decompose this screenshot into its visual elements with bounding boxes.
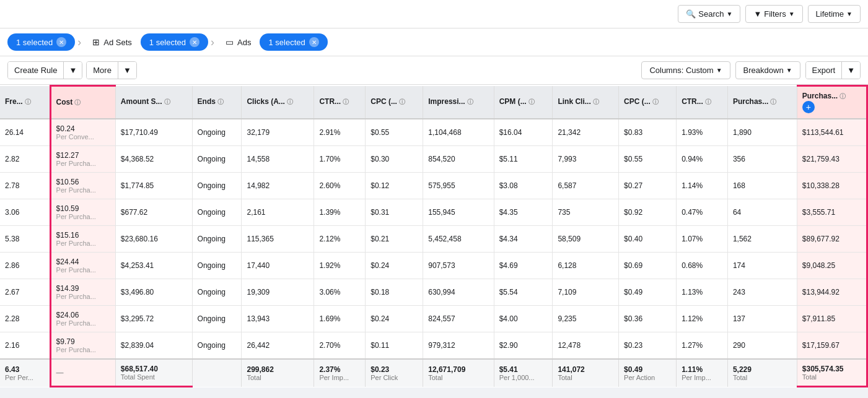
columns-custom-button[interactable]: Columns: Custom ▼ xyxy=(641,61,730,79)
cell-purchases1: 174 xyxy=(727,253,797,279)
columns-chevron: ▼ xyxy=(716,67,722,74)
col-header-cpm[interactable]: CPM (...ⓘ xyxy=(494,86,553,119)
export-arrow[interactable]: ▼ xyxy=(841,62,860,79)
lifetime-label: Lifetime xyxy=(816,9,844,19)
filters-label: Filters xyxy=(764,9,786,19)
col-header-cpc2[interactable]: CPC (...ⓘ xyxy=(619,86,677,119)
cell-cpc2: $0.55 xyxy=(619,146,677,173)
cell-ends: Ongoing xyxy=(192,332,242,360)
create-rule-button[interactable]: Create Rule xyxy=(8,62,63,79)
tab-adsets-close[interactable]: ✕ xyxy=(190,37,199,47)
clicks-info-icon: ⓘ xyxy=(287,98,293,105)
breakdown-label: Breakdown xyxy=(743,66,784,75)
cell-cpc1: $0.30 xyxy=(366,146,423,173)
tab-adsets-selected[interactable]: 1 selected ✕ xyxy=(141,33,208,51)
tab-adsets[interactable]: ⊞ Ad Sets xyxy=(84,33,141,51)
tab-ads-count: 1 selected xyxy=(268,38,305,47)
cell-purchases2: $21,759.43 xyxy=(797,146,867,173)
cell-clicks: 19,309 xyxy=(242,279,314,306)
action-bar-left: Create Rule ▼ More ▼ xyxy=(7,61,636,79)
tab-campaigns[interactable]: 1 selected ✕ xyxy=(7,33,75,51)
cell-cpc2: $0.92 xyxy=(619,199,677,226)
impressions-info-icon: ⓘ xyxy=(467,98,473,105)
cell-ends: Ongoing xyxy=(192,306,242,332)
cell-amount-spent: $677.62 xyxy=(115,199,192,226)
tab-divider-2: › xyxy=(208,36,217,49)
tab-adsets-label: Ad Sets xyxy=(103,38,132,47)
col-header-clicks[interactable]: Clicks (A...ⓘ xyxy=(242,86,314,119)
col-header-ends[interactable]: Endsⓘ xyxy=(192,86,242,119)
cell-ctr: 2.91% xyxy=(314,119,366,146)
more-arrow[interactable]: ▼ xyxy=(118,62,136,79)
cell-cpc1: $0.24 xyxy=(366,253,423,279)
more-button[interactable]: More xyxy=(87,62,118,79)
col-header-ctr2[interactable]: CTR...ⓘ xyxy=(677,86,728,119)
footer-clicks: 299,862 Total xyxy=(242,359,314,387)
cell-purchases2: $3,555.71 xyxy=(797,199,867,226)
cell-cpm: $4.35 xyxy=(494,199,553,226)
table-row: 3.06 $10.59 Per Purcha... $677.62 Ongoin… xyxy=(0,199,867,226)
cell-purchases2: $89,677.92 xyxy=(797,226,867,253)
breakdown-chevron: ▼ xyxy=(786,67,792,74)
cell-ends: Ongoing xyxy=(192,146,242,173)
col-header-impressions[interactable]: Impressi...ⓘ xyxy=(423,86,494,119)
tab-ads-close[interactable]: ✕ xyxy=(309,37,319,47)
col-header-purchases1[interactable]: Purchas...ⓘ xyxy=(727,86,797,119)
cell-link-clicks: 58,509 xyxy=(553,226,619,253)
footer-link-clicks: 141,072 Total xyxy=(553,359,619,387)
cell-cost: $14.39 Per Purcha... xyxy=(50,279,115,306)
data-table: Fre...ⓘ Costⓘ Amount S...ⓘ Endsⓘ Clicks … xyxy=(0,85,868,387)
cell-cost: $24.06 Per Purcha... xyxy=(50,306,115,332)
cell-fre: 2.28 xyxy=(0,306,50,332)
cell-cpc1: $0.24 xyxy=(366,306,423,332)
cell-amount-spent: $23,680.16 xyxy=(115,226,192,253)
ctr-info-icon: ⓘ xyxy=(343,98,349,105)
tab-bar: 1 selected ✕ › ⊞ Ad Sets 1 selected ✕ › … xyxy=(0,28,868,56)
cell-clicks: 13,943 xyxy=(242,306,314,332)
cell-impressions: 575,955 xyxy=(423,173,494,199)
cell-cpc1: $0.12 xyxy=(366,173,423,199)
cell-link-clicks: 7,993 xyxy=(553,146,619,173)
col-header-purchases2[interactable]: Purchas...ⓘ + xyxy=(797,86,867,119)
purchases1-info-icon: ⓘ xyxy=(770,98,776,105)
tab-campaigns-close[interactable]: ✕ xyxy=(56,37,66,47)
col-header-fre[interactable]: Fre...ⓘ xyxy=(0,86,50,119)
cost-info-icon: ⓘ xyxy=(74,99,81,106)
filters-button[interactable]: ▼ Filters ▼ xyxy=(745,5,802,23)
search-button[interactable]: 🔍 Search ▼ xyxy=(678,5,740,23)
cell-fre: 2.82 xyxy=(0,146,50,173)
tab-ads[interactable]: ▭ Ads xyxy=(217,33,260,51)
footer-ends xyxy=(192,359,242,387)
cell-ctr2: 1.07% xyxy=(677,226,728,253)
cell-cost: $0.24 Per Conve... xyxy=(50,119,115,146)
cell-ctr: 1.92% xyxy=(314,253,366,279)
table-row: 2.16 $9.79 Per Purcha... $2,839.04 Ongoi… xyxy=(0,332,867,360)
cell-link-clicks: 6,587 xyxy=(553,173,619,199)
cell-cpm: $4.00 xyxy=(494,306,553,332)
filter-icon: ▼ xyxy=(753,9,761,19)
lifetime-button[interactable]: Lifetime ▼ xyxy=(808,5,861,23)
create-rule-arrow[interactable]: ▼ xyxy=(63,62,82,79)
cell-impressions: 979,312 xyxy=(423,332,494,360)
cell-ctr2: 1.12% xyxy=(677,306,728,332)
data-table-wrap: Fre...ⓘ Costⓘ Amount S...ⓘ Endsⓘ Clicks … xyxy=(0,85,868,387)
ctr2-info-icon: ⓘ xyxy=(705,98,711,105)
col-header-amount-spent[interactable]: Amount S...ⓘ xyxy=(115,86,192,119)
tab-ads-selected[interactable]: 1 selected ✕ xyxy=(260,33,327,51)
col-header-cpc1[interactable]: CPC (...ⓘ xyxy=(366,86,423,119)
top-toolbar: 🔍 Search ▼ ▼ Filters ▼ Lifetime ▼ xyxy=(0,0,868,28)
add-column-button[interactable]: + xyxy=(802,101,815,113)
cell-ctr2: 1.93% xyxy=(677,119,728,146)
col-header-cost[interactable]: Costⓘ xyxy=(50,86,115,119)
col-header-ctr[interactable]: CTR...ⓘ xyxy=(314,86,366,119)
cell-fre: 26.14 xyxy=(0,119,50,146)
cell-ctr2: 1.14% xyxy=(677,173,728,199)
breakdown-button[interactable]: Breakdown ▼ xyxy=(735,61,800,79)
cell-cpc2: $0.27 xyxy=(619,173,677,199)
tab-campaigns-count: 1 selected xyxy=(16,38,53,47)
cell-cpm: $3.08 xyxy=(494,173,553,199)
export-button[interactable]: Export xyxy=(806,62,842,79)
cell-impressions: 155,945 xyxy=(423,199,494,226)
col-header-link-clicks[interactable]: Link Cli...ⓘ xyxy=(553,86,619,119)
table-row: 5.38 $15.16 Per Purcha... $23,680.16 Ong… xyxy=(0,226,867,253)
